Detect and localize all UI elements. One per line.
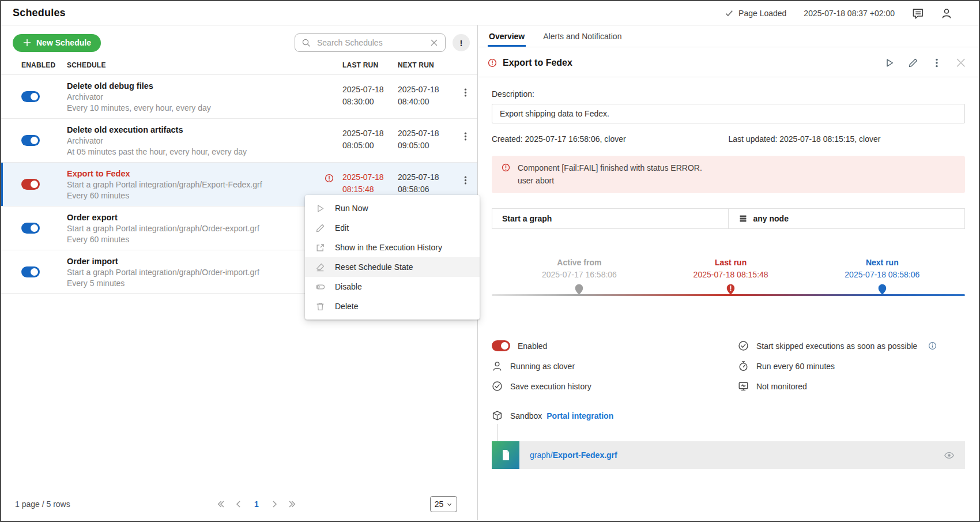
enabled-toggle[interactable] bbox=[21, 179, 40, 190]
description-label: Description: bbox=[492, 89, 965, 99]
prev-page-icon[interactable] bbox=[233, 499, 244, 509]
enabled-toggle[interactable] bbox=[21, 91, 40, 102]
error-message-line2: user abort bbox=[518, 174, 702, 187]
settings-right-column: Start skipped executions as soon as poss… bbox=[738, 340, 965, 392]
setting-run-every: Run every 60 minutes bbox=[738, 360, 965, 372]
first-page-icon[interactable] bbox=[216, 499, 226, 509]
column-next-run: NEXT RUN bbox=[398, 61, 453, 69]
next-run-cell: 2025-07-1809:05:00 bbox=[398, 119, 453, 162]
search-input[interactable] bbox=[316, 37, 424, 48]
settings-grid: Enabled Running as clover Save execution… bbox=[492, 340, 965, 392]
toggle-off-icon bbox=[315, 282, 325, 292]
main-area: New Schedule ! ENABLED SCHEDULE LAST RUN… bbox=[1, 25, 979, 520]
page-status: Page Loaded bbox=[725, 9, 786, 18]
error-message-line1: Component [Fail:FAIL] finished with stat… bbox=[518, 162, 702, 174]
search-box bbox=[295, 33, 446, 52]
column-last-run: LAST RUN bbox=[342, 61, 398, 69]
table-row[interactable]: Delete old debug files Archivator Every … bbox=[1, 74, 477, 118]
user-icon bbox=[492, 360, 503, 371]
graph-file-badge bbox=[492, 441, 519, 469]
clear-search-icon[interactable] bbox=[429, 38, 439, 47]
app-header: Schedules Page Loaded 2025-07-18 08:37 +… bbox=[1, 1, 979, 25]
meta-row: Created: 2025-07-17 16:58:06, clover Las… bbox=[492, 134, 965, 144]
row-menu-icon[interactable] bbox=[461, 88, 470, 97]
menu-item-reset-schedule-state[interactable]: Reset Schedule State bbox=[305, 257, 480, 277]
page-status-label: Page Loaded bbox=[738, 9, 786, 18]
map-pin-icon bbox=[574, 283, 584, 295]
tab-overview[interactable]: Overview bbox=[488, 25, 526, 47]
check-circle-icon bbox=[492, 381, 503, 392]
header-status-area: Page Loaded 2025-07-18 08:37 +02:00 bbox=[725, 7, 952, 19]
timeline-last-run: Last run 2025-07-18 08:15:48 bbox=[662, 258, 800, 295]
pagination-summary: 1 page / 5 rows bbox=[15, 500, 70, 509]
detail-actions bbox=[884, 57, 966, 68]
header-timestamp: 2025-07-18 08:37 +02:00 bbox=[804, 9, 895, 18]
schedule-target: Start a graph Portal integration/graph/E… bbox=[67, 179, 342, 190]
page-title: Schedules bbox=[13, 7, 66, 19]
feedback-icon[interactable] bbox=[912, 7, 924, 19]
graph-file-link[interactable]: graph/Export-Fedex.grf bbox=[530, 450, 617, 460]
settings-left-column: Enabled Running as clover Save execution… bbox=[492, 340, 738, 392]
enabled-toggle[interactable] bbox=[492, 340, 510, 351]
context-menu: Run Now Edit Show in the Execution Histo… bbox=[305, 195, 480, 320]
error-icon bbox=[325, 174, 334, 183]
enabled-toggle[interactable] bbox=[21, 135, 40, 146]
schedule-recurrence: At 05 minutes past the hour, every hour,… bbox=[67, 147, 342, 157]
run-timeline: Active from 2025-07-17 16:58:06 Last run… bbox=[492, 250, 965, 297]
play-icon bbox=[315, 204, 325, 213]
error-icon bbox=[502, 163, 510, 172]
schedule-recurrence: Every 5 minutes bbox=[67, 278, 342, 289]
tab-alerts-and-notification[interactable]: Alerts and Notification bbox=[542, 25, 623, 47]
alerts-button[interactable]: ! bbox=[453, 34, 470, 51]
monitor-icon bbox=[738, 381, 749, 392]
new-schedule-button[interactable]: New Schedule bbox=[13, 34, 101, 52]
schedule-name: Delete old debug files bbox=[67, 80, 342, 92]
setting-running-as: Running as clover bbox=[492, 360, 738, 372]
sandbox-link[interactable]: Portal integration bbox=[546, 411, 613, 420]
menu-item-disable[interactable]: Disable bbox=[305, 277, 480, 296]
graph-file-row[interactable]: graph/Export-Fedex.grf bbox=[492, 441, 965, 469]
row-menu-icon[interactable] bbox=[461, 132, 470, 141]
page-size-select[interactable]: 25 bbox=[430, 496, 457, 512]
current-page[interactable]: 1 bbox=[251, 500, 262, 509]
menu-item-show-in-execution-history[interactable]: Show in the Execution History bbox=[305, 238, 480, 257]
user-icon[interactable] bbox=[941, 7, 952, 19]
description-value: Export shipping data to Fedex. bbox=[492, 104, 965, 123]
last-updated-text: Last updated: 2025-07-18 08:15:15, clove… bbox=[729, 134, 966, 144]
schedule-target: Archivator bbox=[67, 136, 342, 147]
start-target-cell: Start a graph bbox=[492, 208, 729, 229]
table-row[interactable]: Delete old execution artifacts Archivato… bbox=[1, 118, 477, 162]
last-page-icon[interactable] bbox=[287, 499, 297, 509]
close-icon[interactable] bbox=[955, 57, 966, 68]
menu-item-delete[interactable]: Delete bbox=[305, 296, 480, 316]
next-page-icon[interactable] bbox=[269, 499, 280, 509]
run-now-icon[interactable] bbox=[884, 58, 895, 68]
plus-icon bbox=[22, 38, 32, 47]
new-schedule-label: New Schedule bbox=[36, 38, 91, 47]
column-enabled: ENABLED bbox=[21, 61, 67, 69]
row-menu-icon[interactable] bbox=[461, 175, 470, 185]
setting-save-history: Save execution history bbox=[492, 380, 738, 392]
pagination-bar: 1 page / 5 rows 1 25 bbox=[1, 488, 477, 520]
schedule-target: Start a graph Portal integration/graph/O… bbox=[67, 223, 342, 234]
node-stack-icon bbox=[738, 214, 748, 223]
menu-item-run-now[interactable]: Run Now bbox=[305, 198, 480, 218]
schedule-detail-panel: Overview Alerts and Notification Export … bbox=[478, 25, 979, 520]
eye-icon[interactable] bbox=[944, 450, 955, 461]
error-banner: Component [Fail:FAIL] finished with stat… bbox=[492, 156, 965, 193]
enabled-toggle[interactable] bbox=[21, 223, 40, 234]
edit-icon[interactable] bbox=[908, 58, 918, 68]
schedule-name: Order import bbox=[67, 256, 342, 267]
check-circle-icon bbox=[738, 340, 749, 351]
menu-item-edit[interactable]: Edit bbox=[305, 218, 480, 238]
app-window: Schedules Page Loaded 2025-07-18 08:37 +… bbox=[0, 0, 980, 522]
sandbox-label: Sandbox bbox=[510, 411, 542, 420]
enabled-toggle[interactable] bbox=[21, 266, 40, 277]
last-run-cell: 2025-07-1808:05:00 bbox=[342, 119, 398, 162]
schedule-recurrence: Every 60 minutes bbox=[67, 234, 342, 245]
info-icon[interactable] bbox=[928, 341, 937, 350]
stopwatch-icon bbox=[738, 360, 749, 371]
detail-title-bar: Export to Fedex bbox=[478, 47, 979, 77]
more-actions-icon[interactable] bbox=[932, 58, 942, 68]
schedule-recurrence: Every 10 minutes, every hour, every day bbox=[67, 103, 342, 114]
